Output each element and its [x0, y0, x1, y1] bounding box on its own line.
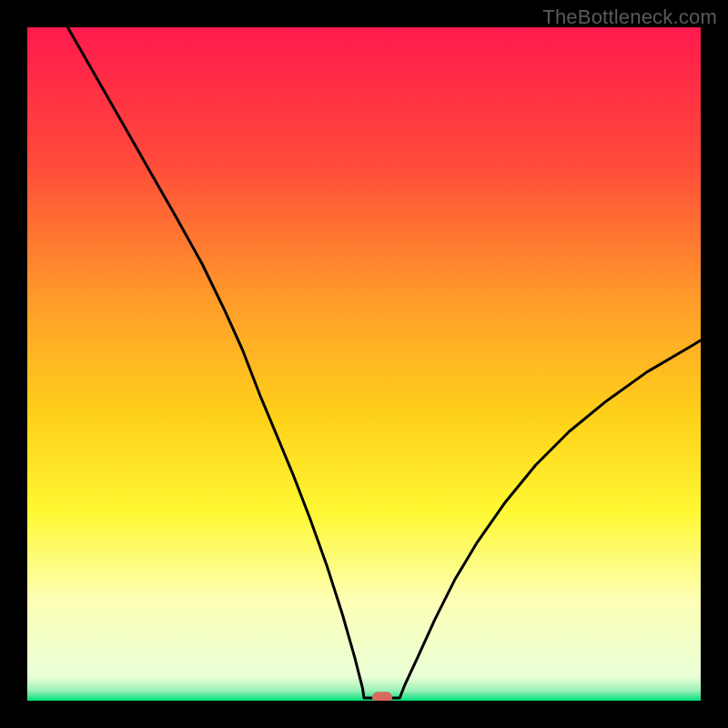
- chart-svg: [27, 27, 701, 701]
- optimal-point-marker: [372, 692, 392, 701]
- chart-frame: TheBottleneck.com: [0, 0, 728, 728]
- plot-area: [27, 27, 701, 701]
- watermark-text: TheBottleneck.com: [542, 5, 717, 29]
- gradient-background: [27, 27, 701, 701]
